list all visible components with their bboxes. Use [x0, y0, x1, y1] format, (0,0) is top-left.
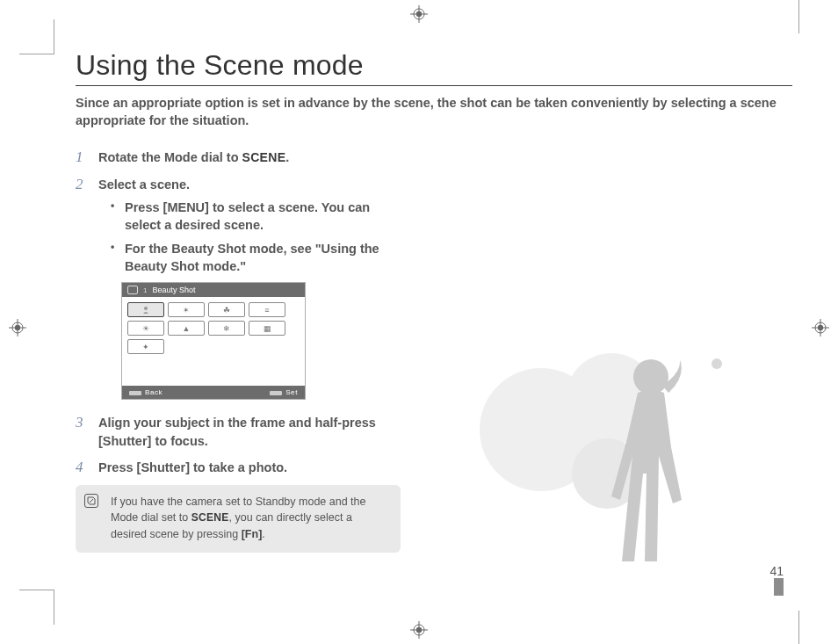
scene-mode-label: SCENE: [191, 511, 229, 524]
menu-key-label: [MENU]: [163, 200, 209, 214]
scene-option: ☘: [208, 302, 245, 317]
camera-tab-number: 1: [143, 286, 147, 294]
camera-screen-header: 1 Beauty Shot: [122, 283, 305, 297]
camera-screen-footer: Back Set: [122, 386, 305, 399]
page-content: Using the Scene mode Since an appropriat…: [76, 49, 792, 594]
scene-option: [127, 302, 164, 317]
scene-option: ≡: [249, 302, 285, 317]
svg-point-22: [633, 359, 668, 394]
camera-screen-title: Beauty Shot: [152, 286, 195, 294]
fn-key-label: [Fn]: [242, 528, 263, 540]
step-1-text: Rotate the Mode dial to SCENE.: [98, 150, 289, 164]
step-2-bullet-1: Press [MENU] to select a scene. You can …: [98, 199, 401, 235]
svg-point-16: [144, 307, 148, 310]
shutter-key-label: [Shutter]: [98, 434, 151, 448]
scene-option: ✦: [127, 339, 164, 354]
scene-option: ❄: [208, 321, 245, 336]
page-title: Using the Scene mode: [76, 49, 792, 86]
registration-mark-right: [812, 319, 829, 336]
camera-icon: [127, 286, 138, 294]
step-number-3: 3: [76, 414, 83, 431]
step-4-text: Press [Shutter] to take a photo.: [98, 460, 287, 474]
step-number-1: 1: [76, 148, 83, 166]
child-silhouette-illustration: [462, 324, 743, 588]
back-label: Back: [129, 388, 163, 396]
registration-mark-top: [410, 5, 428, 23]
step-2-text: Select a scene.: [98, 177, 190, 192]
step-number-2: 2: [76, 176, 83, 193]
crop-mark: [798, 0, 799, 33]
page-edge-tab: [774, 578, 784, 596]
scene-option: ☀: [127, 321, 164, 336]
scene-mode-label: SCENE: [242, 150, 286, 164]
scene-option: ▲: [168, 321, 205, 336]
crop-mark: [798, 611, 799, 644]
step-3-text: Align your subject in the frame and half…: [98, 416, 376, 447]
note-box: If you have the camera set to Standby mo…: [76, 485, 401, 553]
crop-mark: [19, 19, 54, 54]
shutter-key-label: [Shutter]: [137, 460, 190, 474]
registration-mark-bottom: [410, 621, 428, 639]
svg-point-21: [712, 358, 722, 369]
crop-mark: [19, 590, 54, 625]
intro-text: Since an appropriate option is set in ad…: [76, 95, 792, 129]
scene-option: ▦: [249, 321, 285, 336]
page-number: 41: [769, 564, 784, 578]
note-icon: [84, 494, 98, 508]
registration-mark-left: [9, 319, 26, 336]
svg-line-17: [90, 499, 93, 503]
step-number-4: 4: [76, 459, 83, 476]
set-label: Set: [270, 388, 298, 396]
scene-grid: ✶ ☘ ≡ ☀ ▲ ❄ ▦ ✦: [122, 297, 305, 386]
scene-option: ✶: [168, 302, 205, 317]
camera-screen-illustration: 1 Beauty Shot ✶ ☘ ≡ ☀: [121, 282, 306, 400]
step-2-bullet-2: For the Beauty Shot mode, see "Using the…: [98, 240, 401, 276]
